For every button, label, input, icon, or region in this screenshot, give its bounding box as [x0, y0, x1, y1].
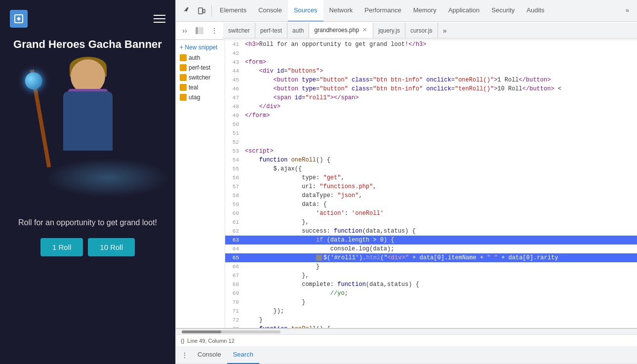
code-line-44: 44 <div id="buttons">	[225, 67, 637, 76]
tab-performance[interactable]: Performance	[358, 0, 407, 22]
code-line-72: 72 }	[225, 316, 637, 324]
file-icon	[180, 94, 187, 101]
code-line-54: 54 function oneRoll() {	[225, 156, 637, 164]
roll-buttons: 1 Roll 10 Roll	[40, 238, 135, 256]
tab-more[interactable]: »	[620, 0, 635, 22]
svg-rect-4	[199, 27, 203, 34]
devtools-panel: Elements Console Sources Network Perform…	[175, 0, 637, 364]
devtools-main: + New snippet auth perf-test switcher te…	[176, 40, 637, 328]
tab-audits[interactable]: Audits	[520, 0, 550, 22]
code-line-73: 73 function tenRoll() {	[225, 324, 637, 328]
file-item-auth[interactable]: auth	[176, 53, 225, 63]
devtools-bottom: {} Line 49, Column 12 ⋮ Console Search	[176, 328, 637, 364]
code-line-45: 45 <button type="button" class="btn btn-…	[225, 76, 637, 84]
game-logo	[10, 10, 28, 28]
sidebar-toggle-btn[interactable]	[193, 24, 206, 38]
file-tab-grandheroes[interactable]: grandheroes.php ✕	[309, 23, 373, 39]
code-line-51: 51	[225, 129, 637, 138]
code-line-63: 63 if (data.length > 0) {	[225, 236, 637, 244]
file-item-switcher[interactable]: switcher	[176, 73, 225, 82]
code-line-68: 68 complete: function(data,status) {	[225, 280, 637, 289]
bottom-tabs: ⋮ Console Search	[176, 346, 637, 364]
code-line-61: 61 },	[225, 218, 637, 227]
svg-rect-1	[199, 8, 202, 14]
tab-application[interactable]: Application	[442, 0, 486, 22]
tab-sources[interactable]: Sources	[288, 0, 323, 22]
new-snippet-btn[interactable]: + New snippet	[176, 42, 225, 53]
curly-braces-icon[interactable]: {}	[181, 338, 184, 344]
svg-rect-3	[196, 27, 198, 34]
file-item-teal[interactable]: teal	[176, 82, 225, 92]
code-line-66: 66 }	[225, 262, 637, 271]
tab-security[interactable]: Security	[485, 0, 520, 22]
file-tabs: switcher perf-test auth grandheroes.php …	[223, 23, 637, 39]
code-line-69: 69 //yo;	[225, 289, 637, 298]
code-line-70: 70 }	[225, 298, 637, 307]
code-line-55: 55 $.ajax({	[225, 164, 637, 173]
code-line-50: 50	[225, 120, 637, 129]
file-tab-cursor[interactable]: cursor.js	[405, 23, 438, 39]
toolbar2-row: ›› ⋮ switcher perf-test auth grandheroes…	[176, 22, 637, 40]
code-line-48: 48 </div>	[225, 102, 637, 111]
one-roll-button[interactable]: 1 Roll	[40, 238, 83, 256]
file-icon	[180, 84, 187, 91]
file-sidebar: + New snippet auth perf-test switcher te…	[176, 40, 225, 328]
status-bar: {} Line 49, Column 12	[176, 334, 637, 346]
inspect-icon[interactable]	[178, 3, 194, 19]
code-line-71: 71 });	[225, 307, 637, 316]
bottom-tab-search[interactable]: Search	[227, 346, 259, 364]
code-line-62: 62 success: function(data,status) {	[225, 227, 637, 236]
code-line-57: 57 url: "functions.php",	[225, 182, 637, 191]
close-tab-icon[interactable]: ✕	[361, 26, 368, 34]
code-line-46: 46 <button type="button" class="btn btn-…	[225, 84, 637, 93]
horizontal-scrollbar[interactable]	[176, 328, 637, 334]
code-line-58: 58 dataType: "json",	[225, 191, 637, 200]
code-line-60: 60 'action': 'oneRoll'	[225, 209, 637, 218]
hamburger-menu[interactable]	[154, 15, 165, 23]
code-line-42: 42	[225, 49, 637, 58]
code-line-56: 56 type: "get",	[225, 173, 637, 182]
file-tab-perf-test[interactable]: perf-test	[255, 23, 287, 39]
bottom-more-btn[interactable]: ⋮	[178, 348, 192, 362]
file-icon	[180, 74, 187, 81]
code-line-53: 53<script>	[225, 147, 637, 156]
ten-roll-button[interactable]: 10 Roll	[88, 238, 135, 256]
tab-elements[interactable]: Elements	[214, 0, 252, 22]
tab-console[interactable]: Console	[252, 0, 288, 22]
game-title: Grand Heroes Gacha Banner	[13, 38, 162, 52]
game-header	[10, 10, 165, 28]
tab-network[interactable]: Network	[323, 0, 359, 22]
device-icon[interactable]	[194, 3, 209, 19]
code-line-47: 47 <span id="roll1"></span>	[225, 93, 637, 102]
code-line-65: 65 $('#roll1').html("<div>" + data[0].it…	[225, 253, 637, 262]
devtools-toolbar2: ›› ⋮	[176, 22, 223, 40]
file-item-utag[interactable]: utag	[176, 92, 225, 102]
code-line-52: 52	[225, 138, 637, 147]
separator	[211, 5, 212, 17]
code-area[interactable]: 41<h3>Roll for an opportunity to get gra…	[225, 40, 637, 328]
game-subtitle: Roll for an opportunity to get grand loo…	[18, 217, 157, 228]
devtools-tabs: Elements Console Sources Network Perform…	[176, 0, 637, 22]
file-tab-jquery[interactable]: jquery.js	[373, 23, 405, 39]
tab-memory[interactable]: Memory	[407, 0, 442, 22]
game-panel: Grand Heroes Gacha Banner Roll for an op…	[0, 0, 175, 364]
scrollbar-track[interactable]	[182, 330, 280, 333]
status-text: Line 49, Column 12	[187, 338, 234, 344]
code-line-43: 43<form>	[225, 58, 637, 67]
file-icon	[180, 54, 187, 61]
file-tab-switcher[interactable]: switcher	[223, 23, 255, 39]
file-item-perf-test[interactable]: perf-test	[176, 63, 225, 73]
chevron-more-btn[interactable]: ››	[178, 24, 192, 38]
file-tab-auth[interactable]: auth	[287, 23, 309, 39]
code-line-49: 49</form>	[225, 111, 637, 120]
code-line-41: 41<h3>Roll for an opportunity to get gra…	[225, 40, 637, 49]
file-icon	[180, 64, 187, 71]
file-tabs-more-icon[interactable]: »	[438, 27, 452, 35]
code-line-64: 64 console.log(data);	[225, 244, 637, 253]
character-illustration	[19, 59, 157, 207]
svg-rect-2	[203, 9, 205, 13]
kebab-menu-btn[interactable]: ⋮	[207, 24, 221, 38]
code-line-67: 67 },	[225, 271, 637, 280]
scrollbar-thumb[interactable]	[182, 330, 221, 333]
bottom-tab-console[interactable]: Console	[192, 346, 227, 364]
